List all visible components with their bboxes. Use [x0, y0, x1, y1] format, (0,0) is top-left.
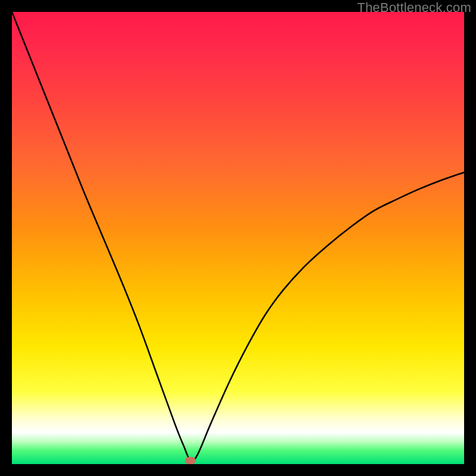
- optimal-point-marker: [185, 457, 196, 464]
- bottleneck-curve: [12, 12, 464, 464]
- chart-plot-area: [12, 12, 464, 464]
